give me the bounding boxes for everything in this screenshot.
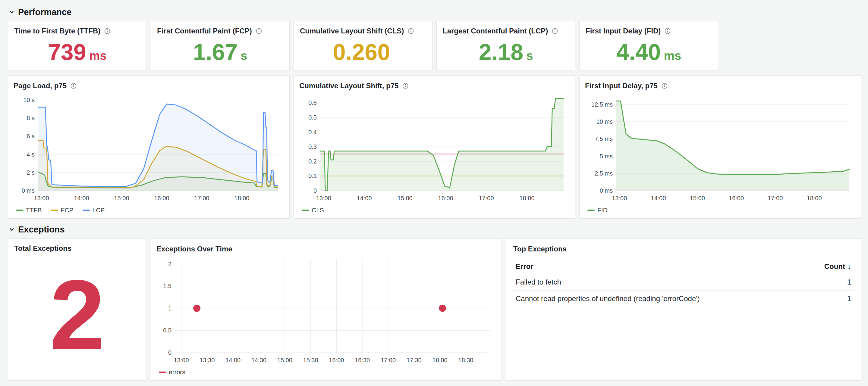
legend-swatch-ttfb: [16, 210, 23, 211]
stat-value: 0.260: [333, 41, 393, 64]
chevron-down-icon: [8, 9, 15, 15]
svg-text:2 s: 2 s: [27, 169, 35, 176]
panel-header[interactable]: Page Load, p75: [13, 80, 284, 91]
stat-unit: s: [526, 50, 533, 62]
svg-text:16:00: 16:00: [329, 357, 344, 363]
svg-text:0.1: 0.1: [308, 173, 317, 179]
svg-text:17:00: 17:00: [381, 357, 396, 363]
legend-item-fcp[interactable]: FCP: [51, 207, 73, 214]
error-message: Cannot read properties of undefined (rea…: [516, 294, 809, 303]
panel-title: Page Load, p75: [13, 81, 67, 90]
error-count: 1: [809, 278, 851, 286]
stat-unit: s: [241, 50, 247, 62]
stats-row: Time to First Byte (TTFB) 739 ms First C…: [8, 21, 861, 71]
panel-header[interactable]: Time to First Byte (TTFB): [14, 26, 141, 36]
info-icon[interactable]: [255, 28, 262, 34]
svg-text:7.5 ms: 7.5 ms: [595, 136, 613, 142]
section-header-performance[interactable]: Performance: [8, 5, 861, 19]
panel-title: Exceptions Over Time: [156, 245, 232, 253]
svg-text:17:00: 17:00: [768, 195, 783, 202]
column-header-count[interactable]: Count ↓: [809, 262, 851, 271]
page-load-legend: TTFB FCP LCP: [13, 204, 284, 216]
info-icon[interactable]: [664, 28, 671, 34]
page-load-chart[interactable]: 0 ms2 s4 s6 s8 s10 s13:0014:0015:0016:00…: [13, 91, 284, 204]
legend-item-ttfb[interactable]: TTFB: [16, 207, 42, 214]
svg-text:18:00: 18:00: [433, 357, 447, 363]
info-icon[interactable]: [661, 82, 668, 89]
panel-header[interactable]: Cumulative Layout Shift (CLS): [300, 26, 426, 36]
error-count: 1: [809, 294, 851, 303]
svg-text:14:00: 14:00: [74, 195, 89, 202]
top-exceptions-table: Error Count ↓ Failed to fetch 1 Cannot r…: [513, 259, 854, 307]
sort-desc-icon: ↓: [847, 262, 851, 271]
table-header-row: Error Count ↓: [513, 259, 854, 274]
stat-panel-fcp: First Contentful Paint (FCP) 1.67 s: [151, 21, 290, 71]
legend-label: TTFB: [26, 207, 42, 214]
cls-panel: Cumulative Layout Shift, p75 00.10.20.30…: [293, 75, 575, 219]
svg-text:15:00: 15:00: [690, 195, 705, 202]
svg-text:8 s: 8 s: [27, 115, 35, 121]
svg-text:0.5: 0.5: [308, 114, 317, 121]
panel-header[interactable]: Exceptions Over Time: [156, 244, 496, 254]
panel-title: First Contentful Paint (FCP): [157, 27, 252, 35]
legend-item-cls[interactable]: CLS: [302, 207, 324, 214]
panel-header[interactable]: First Contentful Paint (FCP): [157, 26, 283, 36]
column-header-error[interactable]: Error: [516, 262, 809, 271]
legend-label: LCP: [93, 207, 105, 214]
panel-title: Cumulative Layout Shift, p75: [299, 81, 398, 90]
chevron-down-icon: [8, 226, 15, 233]
legend-item-errors[interactable]: errors: [159, 369, 185, 376]
svg-text:0.2: 0.2: [308, 158, 317, 165]
stat-value: 4.40 ms: [616, 41, 681, 64]
dashboard: Performance Time to First Byte (TTFB) 73…: [0, 0, 868, 381]
panel-title: Time to First Byte (TTFB): [14, 27, 100, 35]
svg-text:0.5: 0.5: [163, 327, 172, 334]
svg-text:13:00: 13:00: [316, 195, 331, 202]
section-header-exceptions[interactable]: Exceptions: [8, 223, 861, 236]
stat-panel-fid: First Input Delay (FID) 4.40 ms: [579, 21, 718, 71]
stat-number: 739: [48, 41, 86, 64]
svg-text:0 ms: 0 ms: [22, 187, 35, 194]
panel-title: Top Exceptions: [513, 245, 567, 253]
svg-text:0: 0: [168, 349, 172, 356]
info-icon[interactable]: [402, 82, 409, 89]
panel-header[interactable]: Total Exceptions: [14, 243, 141, 254]
stat-panel-lcp: Largest Contentful Paint (LCP) 2.18 s: [436, 21, 575, 71]
cls-legend: CLS: [299, 204, 569, 216]
info-icon[interactable]: [407, 28, 414, 34]
info-icon[interactable]: [70, 82, 77, 89]
panel-header[interactable]: Largest Contentful Paint (LCP): [443, 26, 569, 36]
exceptions-over-time-chart[interactable]: 00.511.5213:0013:3014:0014:3015:0015:301…: [156, 254, 496, 366]
stat-panel-ttfb: Time to First Byte (TTFB) 739 ms: [8, 21, 147, 71]
svg-text:18:00: 18:00: [519, 195, 534, 202]
svg-text:15:30: 15:30: [303, 357, 318, 363]
section-title-exceptions: Exceptions: [18, 224, 65, 235]
column-header-count-label: Count: [824, 262, 845, 271]
legend-item-fid[interactable]: FID: [587, 207, 608, 214]
info-icon[interactable]: [552, 28, 558, 34]
svg-text:2: 2: [168, 261, 172, 267]
legend-label: CLS: [312, 207, 324, 214]
panel-title: Largest Contentful Paint (LCP): [443, 27, 548, 35]
svg-text:17:30: 17:30: [407, 357, 422, 363]
legend-swatch-errors: [159, 372, 166, 373]
panel-header[interactable]: Cumulative Layout Shift, p75: [299, 80, 569, 91]
legend-item-lcp[interactable]: LCP: [83, 207, 105, 214]
charts-row: Page Load, p75 0 ms2 s4 s6 s8 s10 s13:00…: [8, 75, 861, 219]
panel-header[interactable]: First Input Delay (FID): [586, 26, 712, 36]
panel-header[interactable]: Top Exceptions: [513, 244, 854, 254]
top-exceptions-panel: Top Exceptions Error Count ↓ Failed to f…: [506, 239, 861, 381]
svg-text:0.3: 0.3: [308, 143, 317, 150]
legend-label: FCP: [61, 207, 73, 214]
legend-swatch-fcp: [51, 210, 58, 211]
svg-text:16:00: 16:00: [154, 195, 169, 202]
panel-title: Cumulative Layout Shift (CLS): [300, 27, 404, 35]
panel-header[interactable]: First Input Delay, p75: [585, 80, 855, 91]
total-exceptions-value: 2: [14, 254, 141, 376]
info-icon[interactable]: [104, 28, 111, 34]
svg-text:10 ms: 10 ms: [596, 118, 613, 125]
cls-chart[interactable]: 00.10.20.30.40.50.613:0014:0015:0016:001…: [299, 91, 569, 204]
panel-title: Total Exceptions: [14, 244, 71, 253]
fid-chart[interactable]: 0 ms2.5 ms5 ms7.5 ms10 ms12.5 ms13:0014:…: [585, 91, 855, 204]
error-message: Failed to fetch: [516, 278, 809, 286]
